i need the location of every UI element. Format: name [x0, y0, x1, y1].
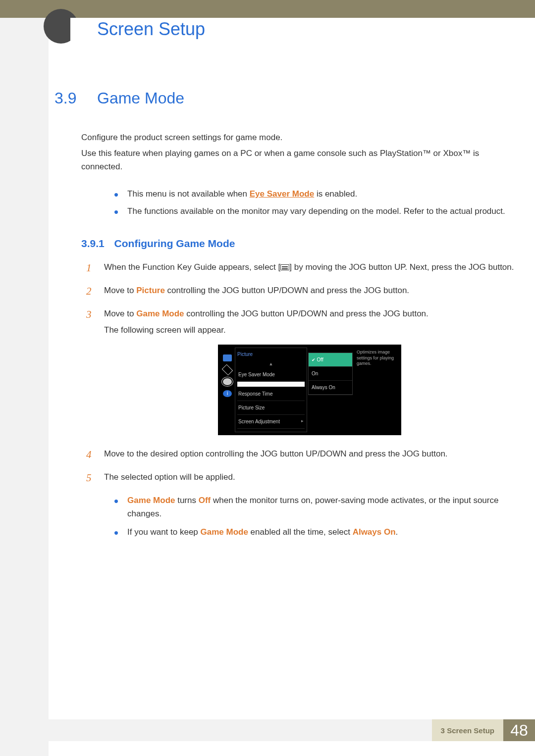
step-item: When the Function Key Guide appears, sel… [81, 260, 515, 275]
step-list: When the Function Key Guide appears, sel… [81, 260, 515, 485]
osd-menu-item: Response Time [237, 387, 305, 401]
menu-icon [280, 264, 289, 270]
osd-menu-title: Picture [237, 349, 305, 360]
page-footer: 3 Screen Setup 48 [432, 719, 535, 741]
info-icon: i [223, 390, 232, 397]
note-text: If you want to keep Game Mode enabled al… [127, 525, 398, 539]
chevron-right-icon: ▸ [301, 417, 304, 425]
intro-text-2: Use this feature when playing games on a… [81, 147, 515, 173]
section-intro: Configure the product screen settings fo… [54, 131, 515, 173]
osd-sidebar: i [221, 348, 234, 432]
note-item: • The functions available on the monitor… [114, 204, 515, 218]
page-number: 48 [503, 719, 535, 741]
bullet-icon: • [114, 529, 118, 536]
note-list: • This menu is not available when Eye Sa… [114, 187, 515, 218]
section-title: Game Mode [97, 89, 184, 107]
page-content: 3.9Game Mode Configure the product scree… [54, 89, 515, 544]
section-heading: 3.9Game Mode [54, 89, 515, 107]
section-number: 3.9 [54, 89, 97, 107]
chapter-title: Screen Setup [97, 19, 215, 40]
osd-option-selected: Off [309, 353, 352, 367]
step-item: Move to the desired option controlling t… [81, 447, 515, 461]
step-item: The selected option will be applied. [81, 470, 515, 485]
side-bar [0, 18, 49, 756]
osd-menu-item: Picture Size [237, 401, 305, 415]
osd-menu-item-selected [237, 382, 305, 387]
subsection-title: Configuring Game Mode [114, 238, 235, 249]
move-icon [222, 364, 233, 376]
osd-screenshot: i Picture ▲ Eye Saver Mode Response Time… [218, 345, 401, 435]
osd-description: Optimizes image settings for playing gam… [354, 348, 398, 432]
note-text: This menu is not available when Eye Save… [127, 187, 357, 201]
osd-menu-item: Screen Adjustment▸ [237, 415, 305, 429]
osd-option: On [309, 367, 352, 381]
note-text: Game Mode turns Off when the monitor tur… [127, 494, 515, 520]
subsection-number: 3.9.1 [81, 238, 105, 249]
footer-crumb: 3 Screen Setup [432, 719, 503, 741]
subsection-heading: 3.9.1 Configuring Game Mode [81, 238, 515, 250]
note-item: • This menu is not available when Eye Sa… [114, 187, 515, 201]
bottom-note-list: • Game Mode turns Off when the monitor t… [114, 494, 515, 539]
osd-main-menu: Picture ▲ Eye Saver Mode Response Time P… [235, 348, 307, 432]
note-item: • If you want to keep Game Mode enabled … [114, 525, 515, 539]
note-text: The functions available on the monitor m… [127, 204, 505, 218]
monitor-icon [223, 354, 232, 361]
gear-icon [223, 378, 232, 385]
osd-option: Always On [309, 381, 352, 395]
bullet-icon: • [114, 191, 118, 198]
step-item: Move to Game Mode controlling the JOG bu… [81, 307, 515, 435]
bullet-icon: • [114, 498, 118, 504]
osd-menu-item: Eye Saver Mode [237, 368, 305, 382]
scroll-up-icon: ▲ [237, 360, 305, 368]
note-item: • Game Mode turns Off when the monitor t… [114, 494, 515, 520]
intro-text-1: Configure the product screen settings fo… [81, 131, 515, 144]
top-bar [0, 0, 535, 18]
bullet-icon: • [114, 208, 118, 215]
eye-saver-mode-link: Eye Saver Mode [250, 189, 314, 199]
step-item: Move to Picture controlling the JOG butt… [81, 284, 515, 298]
osd-submenu: Off On Always On [308, 353, 353, 395]
